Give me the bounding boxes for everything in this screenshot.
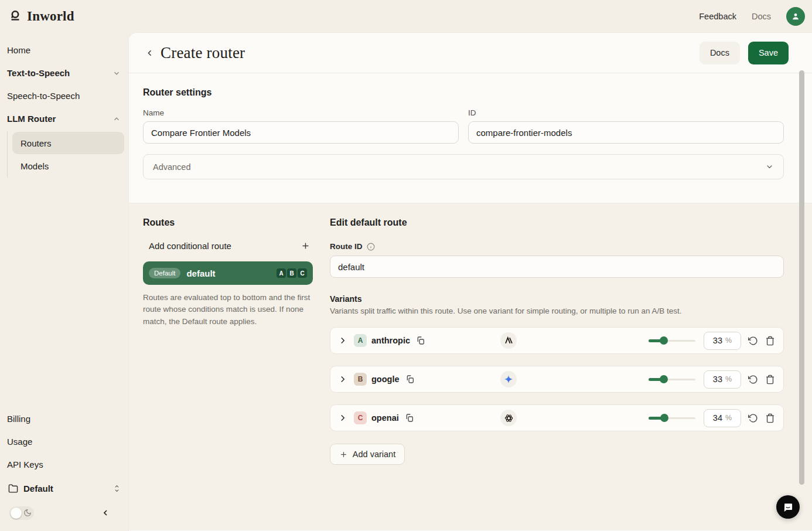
traffic-slider[interactable] — [649, 375, 695, 383]
percent-unit: % — [725, 375, 732, 383]
sidebar-item-label: Billing — [7, 414, 30, 424]
reset-icon[interactable] — [748, 336, 758, 346]
route-id-input[interactable] — [330, 256, 784, 278]
variants-heading: Variants — [330, 294, 784, 304]
back-button[interactable] — [143, 46, 156, 59]
default-route-card[interactable]: Default default A B C — [143, 261, 313, 285]
variant-name: google — [371, 375, 400, 384]
theme-toggle[interactable] — [9, 506, 34, 520]
traffic-slider[interactable] — [649, 336, 695, 345]
theme-toggle-knob — [11, 508, 22, 519]
add-conditional-route-label: Add conditional route — [149, 241, 231, 251]
trash-icon[interactable] — [765, 375, 775, 384]
traffic-slider[interactable] — [649, 414, 695, 422]
gemini-logo — [500, 371, 517, 387]
variants-description: Variants split traffic within this route… — [330, 307, 784, 315]
folder-icon — [8, 484, 18, 493]
info-icon[interactable] — [367, 243, 375, 251]
chevron-down-icon — [765, 162, 774, 171]
sidebar-item-label: Home — [7, 45, 30, 55]
sidebar-item-label: Speech-to-Speech — [7, 91, 80, 101]
trash-icon[interactable] — [765, 413, 775, 423]
router-settings-heading: Router settings — [143, 87, 784, 98]
variant-row-google: B google — [330, 366, 784, 393]
docs-button[interactable]: Docs — [700, 42, 740, 64]
workspace-selector[interactable]: Default — [0, 476, 129, 501]
id-label: ID — [468, 108, 784, 117]
copy-icon[interactable] — [416, 336, 425, 345]
feedback-link[interactable]: Feedback — [699, 12, 736, 21]
percent-unit: % — [725, 414, 732, 422]
user-avatar[interactable] — [786, 7, 805, 26]
chevron-up-icon — [112, 115, 121, 123]
percent-value: 34 — [713, 413, 722, 423]
sidebar-item-label: Text-to-Speech — [7, 68, 70, 78]
percent-value: 33 — [713, 375, 722, 384]
llm-router-subnav: Routers Models — [7, 131, 129, 178]
sidebar-item-api-keys[interactable]: API Keys — [0, 453, 129, 476]
copy-icon[interactable] — [405, 413, 414, 423]
collapse-sidebar-icon[interactable] — [101, 508, 110, 518]
slider-thumb[interactable] — [660, 375, 668, 383]
variant-letter-badge: B — [354, 373, 367, 386]
percent-value: 33 — [713, 336, 722, 345]
copy-icon[interactable] — [405, 375, 415, 384]
reset-icon[interactable] — [748, 375, 758, 384]
sidebar: Home Text-to-Speech Speech-to-Speech LLM… — [0, 33, 129, 531]
slider-thumb[interactable] — [660, 414, 668, 422]
slider-thumb[interactable] — [660, 336, 668, 345]
percent-input[interactable]: 33 % — [704, 370, 741, 389]
sidebar-item-label: API Keys — [7, 459, 43, 469]
edit-route-column: Edit default route Route ID Variants Var… — [330, 217, 784, 516]
sidebar-item-label: Models — [21, 161, 49, 171]
openai-logo — [500, 410, 517, 426]
trash-icon[interactable] — [765, 336, 775, 346]
name-input[interactable] — [143, 121, 459, 144]
topbar: Inworld Feedback Docs — [0, 0, 812, 33]
chat-widget-button[interactable] — [776, 495, 800, 519]
chevrons-up-down-icon — [113, 484, 121, 493]
sidebar-item-home[interactable]: Home — [0, 39, 129, 62]
variant-name: openai — [371, 413, 399, 423]
inworld-logo[interactable]: Inworld — [9, 9, 74, 24]
sidebar-item-label: LLM Router — [7, 114, 56, 124]
advanced-accordion[interactable]: Advanced — [143, 154, 784, 179]
routes-column: Routes Add conditional route Default def… — [143, 217, 313, 516]
sidebar-item-billing[interactable]: Billing — [0, 407, 129, 430]
vertical-scrollbar[interactable] — [799, 70, 804, 485]
sidebar-item-text-to-speech[interactable]: Text-to-Speech — [0, 62, 129, 84]
chevron-left-icon — [145, 48, 155, 58]
plus-icon — [301, 241, 311, 251]
chevron-right-icon[interactable] — [337, 413, 348, 423]
chat-bubble-icon — [782, 501, 794, 513]
sidebar-item-usage[interactable]: Usage — [0, 430, 129, 453]
sidebar-item-routers[interactable]: Routers — [12, 132, 124, 154]
main-panel: Create router Docs Save Router settings … — [129, 33, 812, 531]
workspace-label: Default — [23, 484, 108, 493]
percent-input[interactable]: 33 % — [704, 332, 741, 350]
variant-row-anthropic: A anthropic 33 % — [330, 327, 784, 354]
name-label: Name — [143, 108, 459, 117]
brand-name: Inworld — [27, 9, 74, 24]
add-conditional-route-button[interactable]: Add conditional route — [143, 239, 313, 253]
reset-icon[interactable] — [748, 413, 758, 423]
sidebar-item-models[interactable]: Models — [12, 155, 124, 177]
sidebar-item-speech-to-speech[interactable]: Speech-to-Speech — [0, 84, 129, 107]
chevron-right-icon[interactable] — [337, 335, 348, 346]
chevron-right-icon[interactable] — [337, 374, 348, 384]
plus-icon — [339, 450, 348, 459]
docs-link[interactable]: Docs — [752, 12, 771, 21]
routes-section: Routes Add conditional route Default def… — [129, 203, 812, 530]
variant-letter-chip: B — [287, 268, 296, 278]
save-button[interactable]: Save — [748, 42, 789, 64]
inworld-logo-icon — [9, 9, 22, 23]
sidebar-item-label: Usage — [7, 437, 32, 447]
page-header: Create router Docs Save — [129, 33, 812, 73]
add-variant-button[interactable]: Add variant — [330, 444, 405, 465]
percent-input[interactable]: 34 % — [704, 409, 741, 427]
variant-letter-chip: C — [298, 268, 307, 278]
variant-row-openai: C openai 3 — [330, 404, 784, 431]
anthropic-logo — [500, 332, 517, 349]
id-input[interactable] — [468, 121, 784, 144]
sidebar-item-llm-router[interactable]: LLM Router — [0, 107, 129, 130]
